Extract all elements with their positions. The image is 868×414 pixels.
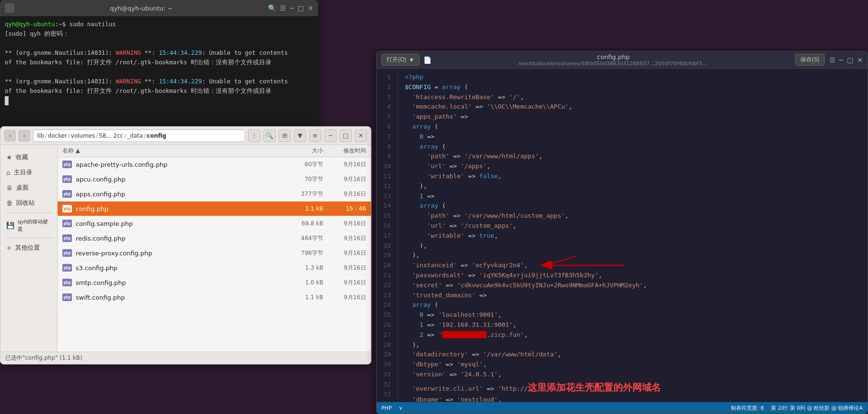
- file-date: 9月16日: [323, 234, 366, 242]
- view-options-button[interactable]: ▼: [294, 130, 306, 142]
- sidebar-divider: [5, 212, 52, 213]
- open-label: 打开(O): [387, 56, 406, 64]
- editor-filepath: /var/lib/docker/volumes/58fa050d3863d312…: [518, 61, 708, 67]
- code-line: 'writable' => true,: [405, 231, 868, 241]
- path-part: 58... 2cc: [99, 132, 123, 139]
- sidebar-item-home[interactable]: ⌂ 主目录: [0, 165, 57, 180]
- path-part: volumes: [71, 132, 95, 139]
- file-row-selected[interactable]: php config.php 1.1 kB 15：46: [58, 202, 371, 216]
- code-line: array (: [405, 300, 868, 310]
- maximize-icon[interactable]: □: [847, 56, 853, 64]
- file-row[interactable]: php smtp.config.php 1.0 kB 9月16日: [58, 275, 371, 290]
- code-line: 0 =>: [405, 132, 868, 142]
- code-line: 'instanceid' => 'ocfyvkaqr2n4',: [405, 261, 868, 271]
- editor-body[interactable]: 12345 678910 1112131415 1617181920 21222…: [377, 69, 868, 402]
- menu-icon[interactable]: ☰: [280, 4, 286, 12]
- file-date: 9月16日: [323, 220, 366, 228]
- col-size[interactable]: 大小: [285, 147, 323, 155]
- path-part: lib: [37, 132, 44, 139]
- editor-window: 打开(O) ▼ 📄 config.php /var/lib/docker/vol…: [376, 51, 868, 414]
- menu-icon[interactable]: ☰: [829, 56, 836, 64]
- file-date: 9月16日: [323, 161, 366, 169]
- filemanager-window: ‹ › lib / docker / volumes / 58... 2cc /…: [0, 126, 371, 364]
- col-name[interactable]: 名称 ▲: [62, 147, 285, 155]
- file-name: apps.config.php: [76, 191, 285, 198]
- file-date: 9月16日: [323, 264, 366, 272]
- editor-statusbar: PHP ∨ 制表符宽度: 8 第 2/行 第 0列 @ 粉丝群 @ 锐师傅论A: [377, 402, 868, 414]
- sidebar-item-trash[interactable]: 🗑 回收站: [0, 195, 57, 211]
- sidebar-label: 桌面: [16, 183, 29, 192]
- path-separator: /: [68, 132, 70, 139]
- cursor-position: 第 2/行 第 0列 @ 粉丝群 @ 锐师傅论A: [771, 404, 863, 412]
- file-row[interactable]: php config.sample.php 68.8 kB 9月16日: [58, 216, 371, 231]
- sidebar-divider: [5, 238, 52, 238]
- grid-view-button[interactable]: ⊞: [279, 130, 291, 142]
- file-name: config.sample.php: [76, 220, 285, 227]
- file-icon: php: [62, 174, 72, 184]
- terminal-body[interactable]: qyh@qyh-ubuntu:~$ sudo nautilus [sudo] q…: [0, 16, 318, 129]
- list-view-button[interactable]: ≡: [309, 130, 321, 142]
- col-date[interactable]: 修改时间: [323, 147, 366, 155]
- sidebar-item-removable[interactable]: 💾 qyh的移动硬盘: [0, 215, 57, 236]
- code-line: 'secret' => 'cdkvwcuAe9k4vc5kU9tyINJu+2R…: [405, 281, 868, 291]
- maximize-icon[interactable]: □: [298, 4, 304, 12]
- path-separator: /: [45, 132, 47, 139]
- file-row[interactable]: php apcu.config.php 70字节 9月16日: [58, 172, 371, 187]
- code-line: 1 =>: [405, 192, 868, 202]
- fm-sidebar: ★ 收藏 ⌂ 主目录 🖥 桌面 🗑 回收站 💾 qyh的移动硬盘: [0, 145, 58, 352]
- sidebar-label: 收藏: [16, 153, 28, 162]
- code-line: ),: [405, 340, 868, 350]
- search-icon[interactable]: 🔍: [268, 4, 276, 12]
- code-line: 'dbname' => 'nextcloud',: [405, 395, 868, 402]
- more-options-button[interactable]: ⋮: [248, 130, 260, 142]
- file-row[interactable]: php redis.config.php 484字节 9月16日: [58, 231, 371, 246]
- sidebar-label: 主目录: [14, 168, 32, 177]
- file-row[interactable]: php reverse-proxy.config.php 798字节 9月16日: [58, 246, 371, 261]
- file-size: 484字节: [285, 234, 323, 242]
- file-row[interactable]: php apache-pretty-urls.config.php 60字节 9…: [58, 157, 371, 172]
- terminal-title: qyh@qyh-ubuntu: ~: [14, 5, 268, 12]
- code-line: ),: [405, 182, 868, 192]
- back-button[interactable]: ‹: [4, 130, 16, 141]
- minimize-icon[interactable]: ─: [839, 56, 843, 64]
- status-text: 已选中"config.php" (1.1 kB): [5, 354, 82, 362]
- sidebar-item-desktop[interactable]: 🖥 桌面: [0, 180, 57, 195]
- code-line: 'datadirectory' => '/var/www/html/data',: [405, 350, 868, 360]
- sidebar-item-favorites[interactable]: ★ 收藏: [0, 150, 57, 165]
- close-button[interactable]: ✕: [355, 130, 367, 142]
- code-line: array (: [405, 122, 868, 132]
- tab-width[interactable]: 制表符宽度: 8: [731, 404, 764, 412]
- file-name: smtp.config.php: [76, 279, 285, 286]
- code-line: 'passwordsalt' => 'iqYK5Kq4xrjui9jjtLv73…: [405, 271, 868, 281]
- file-row[interactable]: php s3.config.php 1.3 kB 9月16日: [58, 261, 371, 275]
- minimize-button[interactable]: ─: [324, 130, 337, 142]
- code-line: <?php: [405, 72, 868, 82]
- minimize-icon[interactable]: ─: [290, 4, 294, 12]
- search-button[interactable]: 🔍: [263, 130, 276, 142]
- file-size: 377字节: [285, 190, 323, 198]
- maximize-button[interactable]: □: [339, 130, 352, 142]
- code-area[interactable]: <?php $CONFIG = array ( 'htaccess.Rewrit…: [398, 69, 868, 402]
- file-name: apache-pretty-urls.config.php: [76, 161, 285, 168]
- path-part: docker: [48, 132, 67, 139]
- save-button[interactable]: 保存(S): [795, 54, 825, 66]
- open-button[interactable]: 打开(O) ▼: [381, 54, 419, 66]
- language-label[interactable]: PHP: [381, 405, 392, 411]
- close-icon[interactable]: ✕: [308, 4, 313, 12]
- file-icon-editor: 📄: [423, 56, 431, 64]
- file-size: 1.1 kB: [285, 205, 323, 212]
- file-size: 68.8 kB: [285, 220, 323, 227]
- file-size: 60字节: [285, 161, 323, 169]
- file-icon: php: [62, 160, 72, 169]
- sidebar-item-other[interactable]: + 其他位置: [0, 240, 57, 255]
- path-bar[interactable]: lib / docker / volumes / 58... 2cc / _da…: [33, 130, 245, 142]
- code-line: 'path' => '/var/www/html/apps',: [405, 151, 868, 162]
- close-icon[interactable]: ✕: [857, 56, 863, 64]
- forward-button[interactable]: ›: [19, 130, 30, 141]
- path-separator: /: [124, 132, 126, 139]
- file-icon: php: [62, 233, 72, 243]
- file-row[interactable]: php apps.config.php 377字节 9月16日: [58, 187, 371, 202]
- file-row[interactable]: php swift.config.php 1.1 kB 9月16日: [58, 290, 371, 305]
- file-date: 15：46: [323, 205, 366, 213]
- star-icon: ★: [6, 153, 12, 161]
